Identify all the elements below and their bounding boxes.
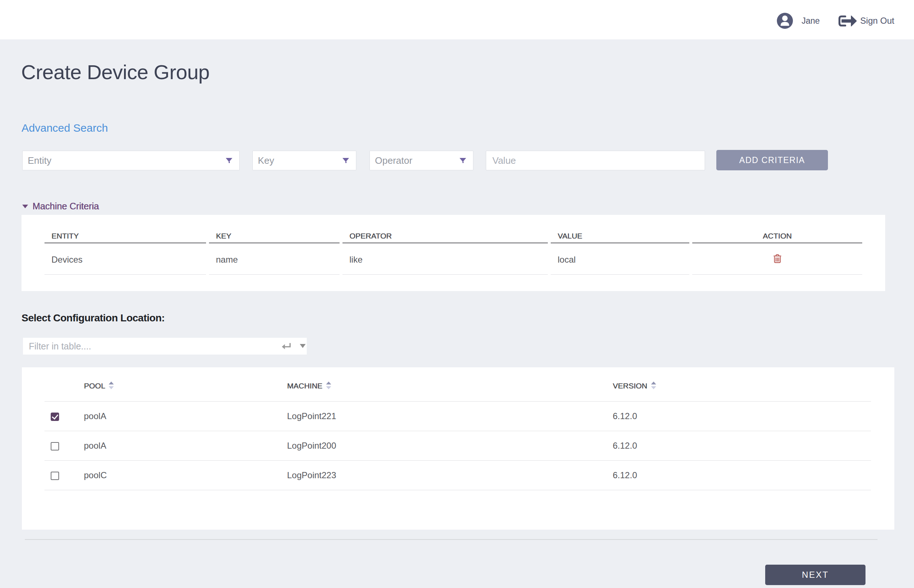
- chevron-down-icon: [460, 158, 467, 163]
- criteria-value-cell: local: [551, 243, 690, 275]
- pool-cell: poolC: [78, 461, 281, 490]
- advanced-search-link[interactable]: Advanced Search: [21, 121, 108, 135]
- version-cell: 6.12.0: [607, 402, 871, 431]
- column-header-operator: OPERATOR: [342, 222, 548, 243]
- footer-divider: [25, 539, 877, 540]
- machine-row: poolA LogPoint200 6.12.0: [45, 431, 871, 461]
- machine-cell: LogPoint223: [281, 461, 607, 490]
- page-title: Create Device Group: [21, 60, 914, 85]
- criteria-action-cell: [692, 243, 862, 275]
- machine-criteria-label: Machine Criteria: [32, 201, 99, 212]
- filter-box: [23, 338, 307, 355]
- user-name: Jane: [802, 16, 820, 26]
- chevron-down-icon: [226, 158, 233, 163]
- pool-cell: poolA: [78, 402, 281, 431]
- criteria-operator-cell: like: [342, 243, 548, 275]
- column-label: POOL: [84, 381, 105, 390]
- machine-criteria-card: ENTITY KEY OPERATOR VALUE ACTION Devices…: [21, 215, 885, 291]
- column-header-machine[interactable]: MACHINE: [281, 367, 607, 402]
- criteria-row: Devices name like local: [45, 243, 862, 275]
- criteria-form: Entity Key Operator ADD CRITERIA: [22, 150, 914, 170]
- machine-row: poolA LogPoint221 6.12.0: [45, 402, 871, 431]
- header-row: POOL MACHINE VERSION: [45, 367, 871, 402]
- operator-select[interactable]: Operator: [370, 151, 473, 170]
- column-header-entity: ENTITY: [45, 222, 206, 243]
- value-input[interactable]: [486, 151, 705, 170]
- machine-cell: LogPoint221: [281, 402, 607, 431]
- entity-select[interactable]: Entity: [22, 151, 240, 170]
- column-header-pool[interactable]: POOL: [78, 367, 281, 402]
- topbar: Jane Sign Out: [0, 0, 914, 39]
- caret-down-icon: [22, 205, 28, 208]
- user-menu[interactable]: Jane: [777, 13, 820, 29]
- return-key-icon: [281, 343, 291, 349]
- column-header-version[interactable]: VERSION: [607, 367, 871, 402]
- filter-input[interactable]: [23, 338, 307, 355]
- machines-card: POOL MACHINE VERSION poolA LogPoint221 6…: [22, 367, 894, 530]
- sign-out-icon: [838, 15, 857, 27]
- table-bottom-spacer: [45, 490, 871, 530]
- machine-criteria-toggle[interactable]: Machine Criteria: [22, 201, 914, 212]
- version-cell: 6.12.0: [607, 461, 871, 490]
- user-avatar-icon: [777, 13, 793, 29]
- column-header-key: KEY: [209, 222, 339, 243]
- machine-criteria-table: ENTITY KEY OPERATOR VALUE ACTION Devices…: [42, 222, 865, 275]
- next-button[interactable]: NEXT: [765, 565, 866, 585]
- criteria-key-cell: name: [209, 243, 339, 275]
- chevron-down-icon: [342, 158, 349, 163]
- row-checkbox[interactable]: [51, 472, 59, 480]
- entity-select-placeholder: Entity: [28, 155, 52, 166]
- column-label: MACHINE: [287, 381, 322, 390]
- sort-icon: [109, 381, 114, 392]
- chevron-down-icon[interactable]: [300, 344, 306, 348]
- machine-cell: LogPoint200: [281, 431, 607, 461]
- pool-cell: poolA: [78, 431, 281, 461]
- machines-table: POOL MACHINE VERSION poolA LogPoint221 6…: [45, 367, 871, 530]
- delete-criteria-button[interactable]: [774, 254, 781, 263]
- column-header-select: [45, 367, 78, 402]
- row-checkbox[interactable]: [51, 412, 59, 421]
- config-location-heading: Select Configuration Location:: [21, 312, 914, 324]
- sign-out-button[interactable]: Sign Out: [838, 15, 894, 27]
- row-checkbox[interactable]: [51, 442, 59, 451]
- column-header-action: ACTION: [692, 222, 862, 243]
- value-field: [486, 151, 705, 170]
- sort-icon: [326, 381, 331, 392]
- key-select-placeholder: Key: [258, 155, 274, 166]
- sign-out-label: Sign Out: [861, 16, 894, 26]
- version-cell: 6.12.0: [607, 431, 871, 461]
- column-label: VERSION: [613, 381, 648, 390]
- add-criteria-button[interactable]: ADD CRITERIA: [716, 150, 828, 170]
- sort-icon: [651, 381, 656, 392]
- create-device-group-page: Jane Sign Out Create Device Group Advanc…: [0, 0, 914, 588]
- column-header-value: VALUE: [551, 222, 690, 243]
- criteria-entity-cell: Devices: [45, 243, 206, 275]
- header-row: ENTITY KEY OPERATOR VALUE ACTION: [45, 222, 862, 243]
- operator-select-placeholder: Operator: [375, 155, 412, 166]
- key-select[interactable]: Key: [252, 151, 356, 170]
- machine-row: poolC LogPoint223 6.12.0: [45, 461, 871, 490]
